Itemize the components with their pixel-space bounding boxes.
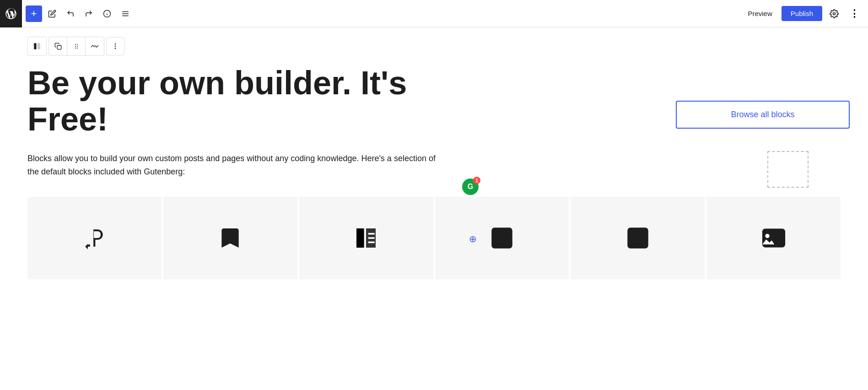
svg-rect-7 xyxy=(34,43,36,49)
add-block-button[interactable]: + xyxy=(26,5,42,22)
svg-point-15 xyxy=(77,48,78,49)
add-block-inline[interactable]: ⊕ xyxy=(469,233,477,244)
block-toolbar xyxy=(27,37,841,56)
block-card-bookmark[interactable] xyxy=(163,197,297,279)
svg-point-18 xyxy=(115,48,116,49)
move-up-down-button[interactable] xyxy=(86,37,104,55)
svg-rect-9 xyxy=(57,45,61,49)
svg-point-6 xyxy=(833,12,836,15)
block-cards-grid xyxy=(27,197,841,279)
block-more-options-button[interactable] xyxy=(106,37,124,55)
duplicate-button[interactable] xyxy=(49,37,67,55)
drag-handle[interactable] xyxy=(67,37,86,55)
edit-tool-button[interactable] xyxy=(44,5,60,22)
svg-point-13 xyxy=(77,46,78,47)
info-button[interactable] xyxy=(99,5,115,22)
toolbar-left: + xyxy=(26,5,742,22)
dashed-placeholder-box xyxy=(767,151,809,188)
more-options-button[interactable]: ⋮ xyxy=(846,5,863,22)
preview-button[interactable]: Preview xyxy=(742,6,777,21)
editor-area: Be your own builder. It's Free! Blocks a… xyxy=(0,27,868,390)
svg-point-17 xyxy=(115,46,116,47)
block-card-paragraph[interactable] xyxy=(27,197,162,279)
grammarly-badge[interactable]: G 1 xyxy=(462,179,479,195)
svg-point-42 xyxy=(765,234,769,238)
top-toolbar: + xyxy=(0,0,868,27)
grammarly-letter: G xyxy=(468,183,473,191)
svg-point-11 xyxy=(77,44,78,45)
redo-button[interactable] xyxy=(81,5,97,22)
content-area: Be your own builder. It's Free! Blocks a… xyxy=(0,27,868,390)
grammarly-count: 1 xyxy=(473,177,480,184)
block-card-cover[interactable] xyxy=(299,197,433,279)
block-toolbar-group2 xyxy=(49,37,104,56)
block-card-file[interactable] xyxy=(571,197,705,279)
svg-rect-8 xyxy=(38,43,40,49)
wp-logo[interactable] xyxy=(0,0,22,27)
svg-point-12 xyxy=(75,46,76,47)
browse-all-blocks-button[interactable]: Browse all blocks xyxy=(676,101,850,129)
settings-button[interactable] xyxy=(826,5,842,22)
svg-point-14 xyxy=(75,48,76,49)
list-view-button[interactable] xyxy=(117,5,134,22)
undo-button[interactable] xyxy=(62,5,79,22)
body-text[interactable]: Blocks allow you to build your own custo… xyxy=(27,152,439,179)
svg-point-16 xyxy=(115,43,116,45)
block-card-media-text[interactable] xyxy=(706,197,841,279)
main-heading[interactable]: Be your own builder. It's Free! xyxy=(27,65,439,137)
toolbar-right: Preview Publish ⋮ xyxy=(742,5,863,22)
svg-point-10 xyxy=(75,44,76,45)
block-card-image[interactable] xyxy=(435,197,569,279)
publish-button[interactable]: Publish xyxy=(782,6,822,21)
svg-rect-33 xyxy=(632,233,636,238)
svg-rect-25 xyxy=(356,228,364,248)
toggle-sidebar-button[interactable] xyxy=(28,37,46,55)
svg-point-31 xyxy=(496,233,500,236)
block-toolbar-group1 xyxy=(27,37,47,56)
